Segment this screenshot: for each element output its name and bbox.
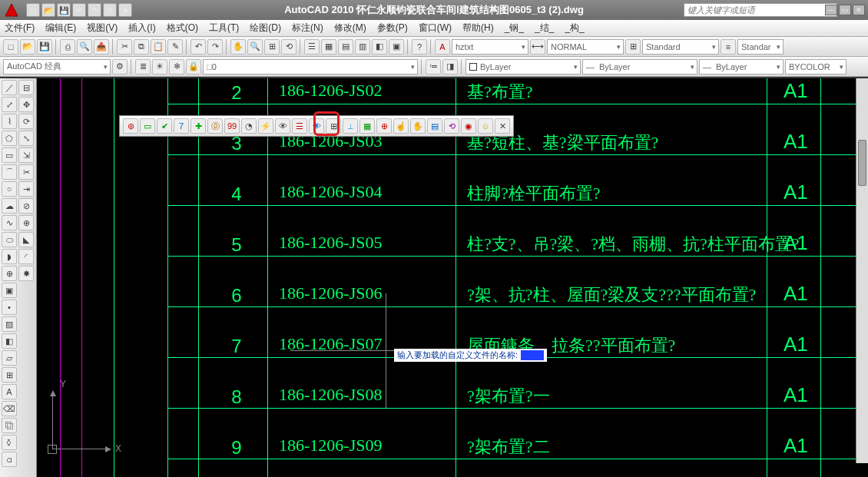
- prompt-input[interactable]: [521, 350, 544, 360]
- more-icon[interactable]: ▾: [118, 3, 132, 17]
- mtext-icon[interactable]: A: [2, 384, 17, 399]
- eye-icon[interactable]: 👁: [309, 118, 324, 134]
- pan-icon[interactable]: ✋: [230, 39, 246, 55]
- open-icon[interactable]: 📂: [41, 3, 55, 17]
- tool-icon[interactable]: 👁: [275, 118, 290, 134]
- help-icon[interactable]: ?: [412, 39, 427, 55]
- move-icon[interactable]: ✥: [18, 97, 34, 112]
- text-style-combo[interactable]: hztxt: [452, 39, 528, 55]
- tool-icon[interactable]: 99: [224, 118, 240, 134]
- calc-icon[interactable]: ▣: [389, 39, 404, 55]
- circle-icon[interactable]: ○: [2, 181, 17, 197]
- dim-style-icon[interactable]: ⟷: [530, 39, 545, 55]
- menu-tools[interactable]: 工具(T): [209, 22, 239, 35]
- minimize-icon[interactable]: —: [825, 5, 837, 15]
- markup-icon[interactable]: ◧: [372, 39, 387, 55]
- xline-icon[interactable]: ⤢: [2, 97, 17, 112]
- ellipsearc-icon[interactable]: ◗: [2, 249, 17, 264]
- polygon-icon[interactable]: ⬠: [2, 131, 17, 146]
- copy-icon[interactable]: ⧉: [134, 39, 149, 55]
- table-style-icon[interactable]: ⊞: [625, 39, 641, 55]
- undo-icon[interactable]: ↶: [72, 3, 86, 17]
- ssm-icon[interactable]: ▥: [355, 39, 370, 55]
- plus-icon[interactable]: ✚: [190, 118, 206, 134]
- tool-icon[interactable]: ◉: [461, 118, 476, 134]
- explode-icon[interactable]: ✸: [18, 266, 34, 281]
- stretch-icon[interactable]: ⇲: [18, 147, 34, 163]
- chamfer-icon[interactable]: ◣: [18, 232, 34, 247]
- extend-icon[interactable]: ⇥: [18, 181, 34, 197]
- linetype-combo[interactable]: —ByLayer: [582, 59, 697, 75]
- block-icon[interactable]: ▣: [2, 283, 17, 298]
- layer-prop-icon[interactable]: ≣: [135, 59, 151, 75]
- tool-icon[interactable]: ✋: [410, 118, 426, 134]
- open-icon[interactable]: 📂: [20, 39, 35, 55]
- menu-edit[interactable]: 编辑(E): [45, 22, 76, 35]
- save-icon[interactable]: 💾: [57, 3, 71, 17]
- fillet-icon[interactable]: ◜: [18, 249, 34, 264]
- menu-struct[interactable]: _结_: [535, 22, 554, 35]
- rect-icon[interactable]: ▭: [2, 147, 17, 163]
- drawing-canvas[interactable]: 2186-1206-JS02基?布置?A13186-1206-JS03基?短柱、…: [37, 78, 868, 477]
- maximize-icon[interactable]: ▭: [839, 5, 851, 15]
- close-float-icon[interactable]: ✕: [495, 118, 510, 134]
- copy-icon[interactable]: ⿻: [2, 418, 17, 433]
- color-combo[interactable]: ByLayer: [465, 59, 581, 75]
- redo-icon[interactable]: ↷: [207, 39, 223, 55]
- new-icon[interactable]: □: [3, 39, 18, 55]
- tool-icon[interactable]: ▤: [427, 118, 442, 134]
- close-icon[interactable]: ✕: [853, 5, 865, 15]
- erase-icon[interactable]: ⌫: [2, 401, 17, 416]
- tool-icon[interactable]: ▭: [140, 118, 155, 134]
- gradient-icon[interactable]: ◧: [2, 333, 17, 349]
- menu-view[interactable]: 视图(V): [87, 22, 118, 35]
- layer-lock-icon[interactable]: 🔒: [186, 59, 201, 75]
- array-icon[interactable]: ⊟: [18, 80, 34, 95]
- menu-steel[interactable]: _钢_: [505, 22, 524, 35]
- floating-toolbar[interactable]: ⊛ ▭ ✔ 7 ✚ ⓪ 99 ◔ ⚡ 👁 ☰ 👁 ⊞ ⟂ ▦ ⊕ ☝ ✋ ▤ ⟲…: [119, 115, 514, 137]
- hatch-icon[interactable]: ▨: [2, 316, 17, 332]
- tool-icon[interactable]: ⓪: [207, 118, 223, 134]
- tool-icon[interactable]: ⊛: [123, 118, 138, 134]
- menu-file[interactable]: 文件(F): [5, 22, 35, 35]
- smile-icon[interactable]: ☺: [478, 118, 493, 134]
- help-search[interactable]: [684, 3, 837, 17]
- workspace-combo[interactable]: AutoCAD 经典: [3, 59, 111, 75]
- rotate-icon[interactable]: ⟳: [18, 114, 34, 129]
- target-icon[interactable]: ⊕: [376, 118, 392, 134]
- layer-on-icon[interactable]: ☀: [152, 59, 167, 75]
- tool-icon[interactable]: ☝: [393, 118, 409, 134]
- match-icon[interactable]: ✎: [167, 39, 183, 55]
- tool-icon[interactable]: ⚡: [258, 118, 273, 134]
- layer-state-icon[interactable]: ≔: [426, 59, 441, 75]
- plotstyle-combo[interactable]: BYCOLOR: [785, 59, 846, 75]
- break-icon[interactable]: ⊘: [18, 198, 34, 214]
- menu-dim[interactable]: 标注(N): [292, 22, 323, 35]
- menu-draw[interactable]: 绘图(D): [250, 22, 281, 35]
- layer-iso-icon[interactable]: ◨: [442, 59, 458, 75]
- menu-gou[interactable]: _构_: [565, 22, 584, 35]
- menu-window[interactable]: 窗口(W): [419, 22, 452, 35]
- pline-icon[interactable]: ⌇: [2, 114, 17, 129]
- preview-icon[interactable]: 🔍: [77, 39, 92, 55]
- ellipse-icon[interactable]: ⬭: [2, 232, 17, 247]
- tool-icon[interactable]: ⟲: [444, 118, 459, 134]
- tool-icon[interactable]: 7: [174, 118, 189, 134]
- arc-icon[interactable]: ⌒: [2, 164, 17, 180]
- paste-icon[interactable]: 📋: [151, 39, 166, 55]
- print-icon[interactable]: ⎙: [103, 3, 117, 17]
- menu-help[interactable]: 帮助(H): [462, 22, 494, 35]
- tool-icon[interactable]: ⊞: [326, 118, 341, 134]
- zoom-prev-icon[interactable]: ⟲: [281, 39, 297, 55]
- save-icon[interactable]: 💾: [37, 39, 52, 55]
- region-icon[interactable]: ▱: [2, 350, 17, 366]
- check-icon[interactable]: ✔: [157, 118, 172, 134]
- join-icon[interactable]: ⊕: [18, 215, 34, 230]
- tp-icon[interactable]: ▤: [338, 39, 353, 55]
- scale-icon[interactable]: ⤡: [18, 131, 34, 146]
- dim-style-combo[interactable]: NORMAL: [547, 39, 624, 55]
- vscrollbar[interactable]: [856, 78, 868, 463]
- tool-icon[interactable]: ▦: [359, 118, 375, 134]
- zoom-rt-icon[interactable]: 🔍: [247, 39, 263, 55]
- print-icon[interactable]: ⎙: [60, 39, 75, 55]
